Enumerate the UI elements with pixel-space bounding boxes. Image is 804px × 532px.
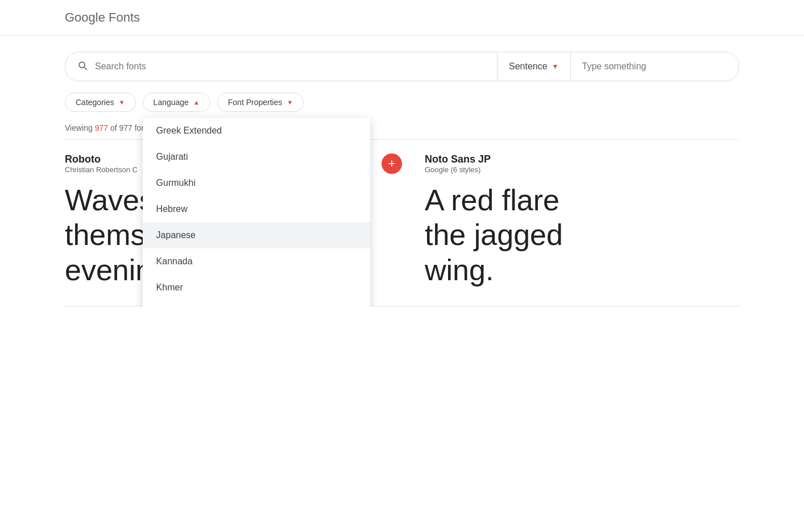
font-properties-button[interactable]: Font Properties ▼ bbox=[217, 93, 304, 112]
roboto-add-button[interactable]: + bbox=[382, 153, 402, 174]
language-dropdown-scroll[interactable]: Greek ExtendedGujaratiGurmukhiHebrewJapa… bbox=[143, 118, 370, 306]
noto-preview: A red flarethe jaggedwing. bbox=[425, 183, 739, 288]
google-wordmark: Google bbox=[65, 10, 105, 24]
language-option-kannada[interactable]: Kannada bbox=[143, 248, 370, 275]
categories-chevron-down-icon: ▼ bbox=[119, 99, 125, 106]
roboto-name: Roboto bbox=[65, 153, 138, 165]
language-dropdown-container: Language ▲ Greek ExtendedGujaratiGurmukh… bbox=[143, 93, 210, 112]
noto-author: Google (6 styles) bbox=[425, 165, 491, 174]
language-label: Language bbox=[154, 98, 189, 107]
search-icon bbox=[77, 60, 88, 74]
page-header: Google Fonts bbox=[0, 0, 804, 36]
categories-label: Categories bbox=[76, 98, 114, 107]
sentence-dropdown[interactable]: Sentence ▼ bbox=[498, 52, 571, 81]
fonts-wordmark: Fonts bbox=[105, 10, 140, 24]
filter-bar: Categories ▼ Language ▲ Greek ExtendedGu… bbox=[65, 93, 739, 112]
language-option-korean[interactable]: Korean bbox=[143, 301, 370, 306]
sentence-chevron-down-icon: ▼ bbox=[552, 63, 559, 70]
language-option-hebrew[interactable]: Hebrew bbox=[143, 196, 370, 222]
search-bar: Sentence ▼ bbox=[65, 52, 739, 81]
language-option-khmer[interactable]: Khmer bbox=[143, 275, 370, 301]
sentence-label: Sentence bbox=[509, 61, 548, 72]
type-something-input[interactable] bbox=[571, 52, 739, 81]
language-option-greek-extended[interactable]: Greek Extended bbox=[143, 118, 370, 144]
page-title: Google Fonts bbox=[65, 10, 140, 25]
roboto-author: Christian Robertson C bbox=[65, 165, 138, 174]
plus-icon: + bbox=[388, 157, 396, 170]
roboto-info: Roboto Christian Robertson C bbox=[65, 153, 138, 181]
font-properties-chevron-down-icon: ▼ bbox=[287, 99, 293, 106]
language-button[interactable]: Language ▲ bbox=[143, 93, 210, 112]
search-left-section bbox=[65, 52, 498, 81]
language-option-japanese[interactable]: Japanese bbox=[143, 222, 370, 248]
viewing-suffix: of 977 font bbox=[108, 123, 148, 132]
search-input[interactable] bbox=[95, 61, 486, 72]
language-option-gurmukhi[interactable]: Gurmukhi bbox=[143, 170, 370, 196]
font-card-noto-header: Noto Sans JP Google (6 styles) bbox=[425, 153, 739, 181]
font-properties-label: Font Properties bbox=[228, 98, 283, 107]
font-card-noto-sans-jp: Noto Sans JP Google (6 styles) A red fla… bbox=[402, 140, 739, 306]
noto-name: Noto Sans JP bbox=[425, 153, 491, 165]
language-dropdown-menu: Greek ExtendedGujaratiGurmukhiHebrewJapa… bbox=[143, 118, 370, 306]
categories-button[interactable]: Categories ▼ bbox=[65, 93, 136, 112]
viewing-number: 977 bbox=[95, 123, 108, 132]
noto-info: Noto Sans JP Google (6 styles) bbox=[425, 153, 491, 181]
language-option-gujarati[interactable]: Gujarati bbox=[143, 144, 370, 170]
language-chevron-up-icon: ▲ bbox=[193, 99, 200, 106]
viewing-prefix: Viewing bbox=[65, 123, 95, 132]
